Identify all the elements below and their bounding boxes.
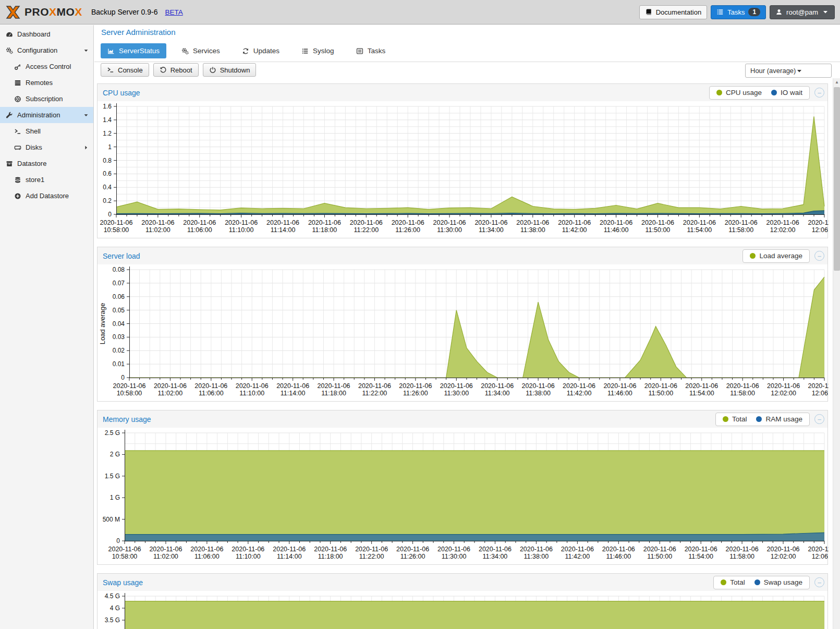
reboot-button[interactable]: Reboot xyxy=(153,63,199,77)
chevron-down-icon xyxy=(822,8,829,16)
svg-text:2020-11-06: 2020-11-06 xyxy=(600,219,632,226)
legend-entry-cpu-usage[interactable]: CPU usage xyxy=(716,89,762,96)
panel-title: Swap usage xyxy=(103,578,713,587)
cpu-usage-chart: 00.20.40.60.811.21.41.62020-11-0610:58:0… xyxy=(98,101,829,238)
chart-legend: TotalSwap usage xyxy=(713,576,810,589)
timeframe-select[interactable]: Hour (average) xyxy=(745,64,832,78)
collapse-panel-icon[interactable]: – xyxy=(814,414,824,424)
charts-region: CPU usage CPU usageIO wait – 00.20.40.60… xyxy=(97,83,828,629)
svg-text:11:30:00: 11:30:00 xyxy=(444,390,469,397)
svg-text:0.2: 0.2 xyxy=(103,197,112,204)
cogs-icon xyxy=(181,47,189,55)
svg-text:4.5 G: 4.5 G xyxy=(105,592,120,600)
svg-text:2020-11-06: 2020-11-06 xyxy=(399,382,432,390)
svg-text:11:30:00: 11:30:00 xyxy=(437,226,462,234)
vertical-scrollbar[interactable]: ▲ xyxy=(833,78,840,629)
panel-header: Server load Load average – xyxy=(98,247,827,264)
sidebar-item-store1[interactable]: store1 xyxy=(0,172,93,188)
server-toolbar: Console Reboot Shutdown xyxy=(101,63,256,77)
svg-text:11:34:00: 11:34:00 xyxy=(485,390,510,397)
sidebar-item-administration[interactable]: Administration xyxy=(0,107,93,123)
svg-text:1 G: 1 G xyxy=(110,494,120,501)
svg-text:11:54:00: 11:54:00 xyxy=(688,553,713,560)
svg-text:2020-11-06: 2020-11-06 xyxy=(273,546,306,553)
tasks-count-badge: 1 xyxy=(748,8,760,16)
svg-text:0.03: 0.03 xyxy=(113,333,125,341)
legend-entry-total[interactable]: Total xyxy=(723,415,747,423)
collapse-panel-icon[interactable]: – xyxy=(814,577,824,587)
tasks-button[interactable]: Tasks 1 xyxy=(711,5,766,19)
svg-text:3.5 G: 3.5 G xyxy=(105,616,120,624)
user-menu-button[interactable]: root@pam xyxy=(770,5,835,19)
chevron-down-icon xyxy=(796,67,803,75)
legend-entry-load-average[interactable]: Load average xyxy=(750,252,802,260)
svg-text:2020-11-06: 2020-11-06 xyxy=(113,382,145,390)
subscription-icon xyxy=(14,95,21,103)
remotes-icon xyxy=(14,79,21,87)
sidebar-item-subscription[interactable]: Subscription xyxy=(0,91,93,107)
main-content: Server Administration ServerStatusServic… xyxy=(94,25,840,629)
timeframe-value: Hour (average) xyxy=(750,67,796,75)
svg-text:11:06:00: 11:06:00 xyxy=(187,226,212,234)
svg-text:2020-11-06: 2020-11-06 xyxy=(266,219,299,226)
svg-text:11:22:00: 11:22:00 xyxy=(362,390,387,397)
legend-label: Total xyxy=(730,578,745,586)
chart-area-icon xyxy=(107,47,115,55)
svg-text:2020-11-06: 2020-11-06 xyxy=(190,546,223,553)
sidebar-item-access-control[interactable]: Access Control xyxy=(0,58,93,75)
svg-text:2020-11-06: 2020-11-06 xyxy=(767,382,800,390)
svg-text:2020-11-06: 2020-11-06 xyxy=(479,546,512,553)
disk-icon xyxy=(14,144,21,151)
scroll-up-arrow[interactable]: ▲ xyxy=(833,78,840,86)
svg-text:1.2: 1.2 xyxy=(103,130,112,137)
shutdown-button[interactable]: Shutdown xyxy=(203,63,257,77)
svg-text:2020-11-06: 2020-11-06 xyxy=(561,546,594,553)
legend-entry-swap-usage[interactable]: Swap usage xyxy=(754,578,802,586)
sidebar-item-label: Dashboard xyxy=(17,30,51,38)
svg-text:Load average: Load average xyxy=(99,303,106,345)
caret-right-icon xyxy=(83,144,89,151)
sidebar-item-configuration[interactable]: Configuration xyxy=(0,42,93,58)
svg-text:2020-11-06: 2020-11-06 xyxy=(644,382,677,390)
legend-label: RAM usage xyxy=(765,415,802,423)
svg-text:12:02:00: 12:02:00 xyxy=(771,553,796,560)
sidebar-item-shell[interactable]: Shell xyxy=(0,123,93,139)
svg-text:11:02:00: 11:02:00 xyxy=(145,226,171,234)
svg-text:2020-11-06: 2020-11-06 xyxy=(481,382,514,390)
tab-services[interactable]: Services xyxy=(175,43,227,58)
svg-text:2020-11-06: 2020-11-06 xyxy=(232,546,264,553)
documentation-button[interactable]: Documentation xyxy=(639,5,707,19)
sidebar-item-remotes[interactable]: Remotes xyxy=(0,75,93,91)
svg-text:2020-11-06: 2020-11-06 xyxy=(685,546,717,553)
svg-text:11:34:00: 11:34:00 xyxy=(479,226,504,234)
legend-dot xyxy=(754,579,760,585)
tab-updates[interactable]: Updates xyxy=(235,43,286,58)
sidebar-item-dashboard[interactable]: Dashboard xyxy=(0,26,93,42)
beta-link[interactable]: BETA xyxy=(165,8,183,16)
sidebar-item-datastore[interactable]: Datastore xyxy=(0,155,93,172)
sidebar-item-label: Administration xyxy=(17,111,60,119)
sidebar-item-add-datastore[interactable]: Add Datastore xyxy=(0,188,93,204)
collapse-panel-icon[interactable]: – xyxy=(814,251,824,261)
svg-text:11:54:00: 11:54:00 xyxy=(689,390,714,397)
legend-dot xyxy=(723,416,728,422)
sidebar-item-label: Add Datastore xyxy=(26,192,69,200)
svg-text:12:02:00: 12:02:00 xyxy=(771,390,796,397)
svg-text:11:46:00: 11:46:00 xyxy=(606,553,631,560)
tab-tasks[interactable]: Tasks xyxy=(349,43,393,58)
sidebar-item-disks[interactable]: Disks xyxy=(0,139,93,155)
svg-text:2020-11-06: 2020-11-06 xyxy=(767,546,800,553)
collapse-panel-icon[interactable]: – xyxy=(814,88,824,98)
wrench-icon xyxy=(6,112,13,119)
tab-serverstatus[interactable]: ServerStatus xyxy=(101,43,166,58)
legend-entry-ram-usage[interactable]: RAM usage xyxy=(756,415,802,423)
legend-entry-total[interactable]: Total xyxy=(721,578,745,586)
chart-legend: TotalRAM usage xyxy=(715,413,810,426)
legend-dot xyxy=(750,253,756,259)
console-button[interactable]: Console xyxy=(101,63,149,77)
svg-text:11:58:00: 11:58:00 xyxy=(729,553,754,560)
scrollbar-thumb[interactable] xyxy=(834,87,840,271)
power-icon xyxy=(209,66,216,74)
legend-entry-io-wait[interactable]: IO wait xyxy=(771,89,802,96)
tab-syslog[interactable]: Syslog xyxy=(295,43,341,58)
